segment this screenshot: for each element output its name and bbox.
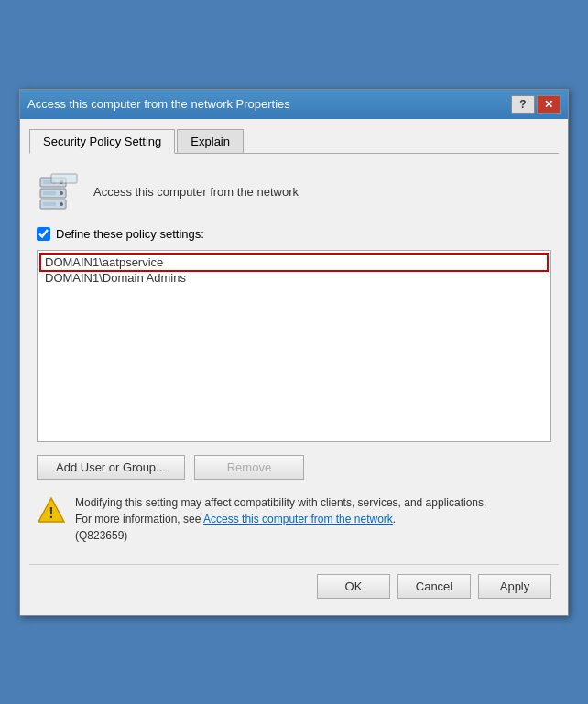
help-button[interactable]: ? <box>511 95 535 114</box>
tab-content: Access this computer from the network De… <box>29 167 559 560</box>
warning-box: ! Modifying this setting may affect comp… <box>37 494 551 544</box>
apply-button[interactable]: Apply <box>478 574 551 599</box>
warning-link[interactable]: Access this computer from the network <box>203 513 393 525</box>
policy-header: Access this computer from the network <box>37 170 551 214</box>
list-item[interactable]: DOMAIN1\Domain Admins <box>41 270 547 286</box>
title-bar: Access this computer from the network Pr… <box>20 90 568 119</box>
policy-title: Access this computer from the network <box>93 185 299 199</box>
checkbox-row: Define these policy settings: <box>37 227 551 241</box>
define-policy-checkbox[interactable] <box>37 227 50 241</box>
warning-icon: ! <box>37 496 66 525</box>
action-buttons-row: Add User or Group... Remove <box>37 455 551 480</box>
list-item[interactable]: DOMAIN1\aatpservice <box>41 255 547 270</box>
remove-button[interactable]: Remove <box>194 455 304 480</box>
tabs: Security Policy Setting Explain <box>29 128 559 154</box>
dialog-footer: OK Cancel Apply <box>29 564 559 606</box>
ok-button[interactable]: OK <box>317 574 390 599</box>
checkbox-label[interactable]: Define these policy settings: <box>56 227 204 241</box>
svg-point-5 <box>60 202 63 206</box>
cancel-button[interactable]: Cancel <box>397 574 471 599</box>
svg-rect-8 <box>43 202 56 206</box>
server-icon <box>37 170 81 214</box>
svg-rect-7 <box>43 191 56 195</box>
svg-point-4 <box>60 191 63 195</box>
add-user-button[interactable]: Add User or Group... <box>37 455 185 480</box>
tab-explain[interactable]: Explain <box>177 129 244 154</box>
svg-rect-9 <box>51 174 77 183</box>
tab-security-policy-setting[interactable]: Security Policy Setting <box>29 129 175 154</box>
window-title: Access this computer from the network Pr… <box>27 97 290 111</box>
title-bar-buttons: ? ✕ <box>511 95 561 114</box>
main-window: Access this computer from the network Pr… <box>19 89 569 616</box>
close-button[interactable]: ✕ <box>537 95 561 114</box>
warning-text: Modifying this setting may affect compat… <box>75 494 486 544</box>
policy-list-box[interactable]: DOMAIN1\aatpservice DOMAIN1\Domain Admin… <box>37 250 551 442</box>
svg-text:!: ! <box>49 505 53 521</box>
window-body: Security Policy Setting Explain <box>20 119 568 615</box>
